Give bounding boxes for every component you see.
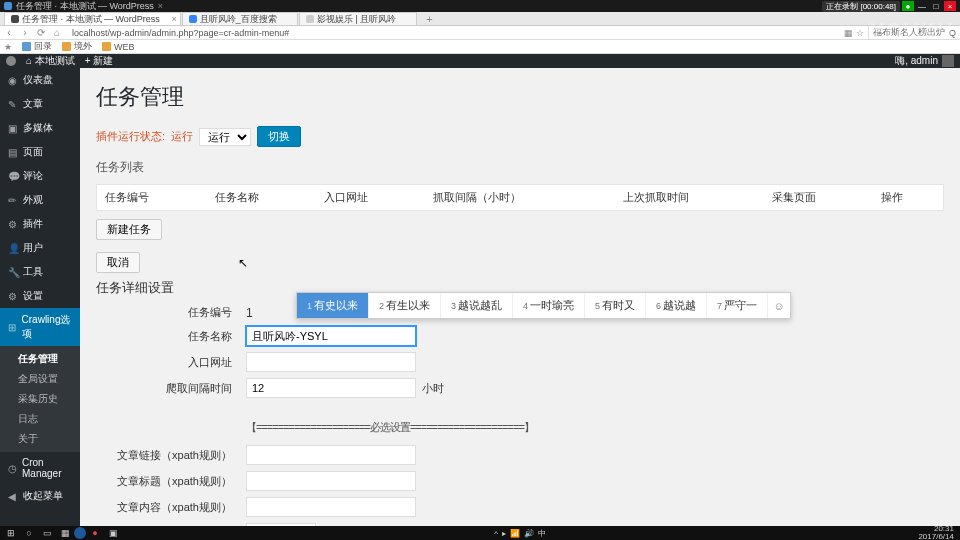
cancel-button[interactable]: 取消 [96,252,140,273]
ime-candidate[interactable]: 7严守一 [707,293,768,318]
page-title: 任务管理 [96,82,944,112]
ime-candidate[interactable]: 1有史以来 [297,293,369,318]
tab-movie[interactable]: 影视娱乐 | 且听风吟 [299,12,417,25]
ime-candidate[interactable]: 4一时瑜亮 [513,293,585,318]
sidebar-item-cron[interactable]: ◷Cron Manager [0,452,80,484]
col-pages: 采集页面 [764,185,873,211]
col-lasttime: 上次抓取时间 [615,185,764,211]
bookmark-folder[interactable]: WEB [102,42,135,52]
ime-candidate[interactable]: 2有生以来 [369,293,441,318]
submenu-history[interactable]: 采集历史 [0,389,80,409]
label-content-xpath: 文章内容（xpath规则） [96,500,246,515]
maximize-button[interactable]: □ [930,1,942,11]
ime-candidate-bar[interactable]: 1有史以来 2有生以来 3越说越乱 4一时瑜亮 5有时又 6越说越 7严守一 ☺ [296,292,791,319]
tab-wordpress[interactable]: 任务管理 · 本地测试 — WordPress× [4,12,181,25]
ime-emoji-button[interactable]: ☺ [768,293,790,318]
wordpress-logo-icon[interactable] [6,56,16,66]
record-indicator: ● [902,1,914,11]
taskbar-app-icon[interactable]: ▣ [104,527,122,539]
browser-tabs: 任务管理 · 本地测试 — WordPress× 且听风吟_百度搜索 影视娱乐 … [0,12,960,26]
url-input[interactable]: localhost/wp-admin/admin.php?page=cr-adm… [68,28,838,38]
tray-volume-icon[interactable]: 🔊 [524,529,534,538]
forward-button[interactable]: › [20,27,30,38]
recording-badge: 正在录制 [00:00:48] [822,1,900,12]
avatar[interactable] [942,55,954,67]
status-value: 运行 [171,129,193,144]
sidebar-item-posts[interactable]: ✎文章 [0,92,80,116]
window-titlebar: 任务管理 · 本地测试 — WordPress × 正在录制 [00:00:48… [0,0,960,12]
label-title-xpath: 文章标题（xpath规则） [96,474,246,489]
home-button[interactable]: ⌂ [52,27,62,38]
sidebar-item-users[interactable]: 👤用户 [0,236,80,260]
tray-icon[interactable]: ▸ [502,529,506,538]
reload-button[interactable]: ⟳ [36,27,46,38]
back-button[interactable]: ‹ [4,27,14,38]
status-select[interactable]: 运行 [199,128,251,146]
sidebar-item-plugins[interactable]: ⚙插件 [0,212,80,236]
taskbar-app-icon[interactable]: ● [86,527,104,539]
entry-url-input[interactable] [246,352,416,372]
sidebar-item-settings[interactable]: ⚙设置 [0,284,80,308]
toggle-button[interactable]: 切换 [257,126,301,147]
content-xpath-input[interactable] [246,497,416,517]
bookmark-folder[interactable]: 境外 [62,40,92,53]
sidebar-item-media[interactable]: ▣多媒体 [0,116,80,140]
status-label: 插件运行状态: [96,129,165,144]
link-xpath-input[interactable] [246,445,416,465]
interval-input[interactable] [246,378,416,398]
tray-ime-icon[interactable]: 中 [538,528,546,539]
label-interval: 爬取间隔时间 [96,381,246,396]
label-task-name: 任务名称 [96,329,246,344]
new-task-button[interactable]: 新建任务 [96,219,162,240]
close-icon[interactable]: × [172,14,177,24]
task-table: 任务编号 任务名称 入口网址 抓取间隔（小时） 上次抓取时间 采集页面 操作 [96,184,944,211]
new-tab-button[interactable]: + [418,13,440,25]
sidebar-item-dashboard[interactable]: ◉仪表盘 [0,68,80,92]
col-id: 任务编号 [97,185,207,211]
sidebar-collapse[interactable]: ◀收起菜单 [0,484,80,508]
label-task-id: 任务编号 [96,305,246,320]
col-interval: 抓取间隔（小时） [425,185,614,211]
minimize-button[interactable]: — [916,1,928,11]
ime-candidate[interactable]: 3越说越乱 [441,293,513,318]
user-greeting[interactable]: 嗨, admin [895,54,938,68]
col-actions: 操作 [873,185,943,211]
taskbar-browser-icon[interactable] [74,527,86,539]
ime-candidate[interactable]: 6越说越 [646,293,707,318]
tray-network-icon[interactable]: 📶 [510,529,520,538]
bookmark-item[interactable]: 回录 [22,40,52,53]
sidebar-item-pages[interactable]: ▤页面 [0,140,80,164]
windows-taskbar: ⊞ ○ ▭ ▦ ● ▣ ^ ▸ 📶 🔊 中 20:312017/6/14 [0,526,960,540]
taskbar-taskview-icon[interactable]: ▭ [38,527,56,539]
required-divider: 【=====================必选设置==============… [96,420,944,435]
submenu-task-manage[interactable]: 任务管理 [0,349,80,369]
sidebar-item-tools[interactable]: 🔧工具 [0,260,80,284]
submenu-log[interactable]: 日志 [0,409,80,429]
col-name: 任务名称 [207,185,316,211]
search-suggest[interactable]: 福布斯名人榜出炉 [868,26,945,39]
taskbar-clock[interactable]: 20:312017/6/14 [918,525,958,540]
new-content-button[interactable]: + 新建 [85,54,114,68]
sidebar-item-comments[interactable]: 💬评论 [0,164,80,188]
taskbar-search-icon[interactable]: ○ [20,527,38,539]
submenu-about[interactable]: 关于 [0,429,80,449]
sidebar-item-crawling[interactable]: ⊞Crawling选项 [0,308,80,346]
sidebar-item-appearance[interactable]: ✏外观 [0,188,80,212]
taskbar-app[interactable]: ▦ [56,527,74,539]
title-xpath-input[interactable] [246,471,416,491]
ime-candidate[interactable]: 5有时又 [585,293,646,318]
submenu-global-settings[interactable]: 全局设置 [0,369,80,389]
task-name-input[interactable] [246,326,416,346]
wp-admin-bar: ⌂ 本地测试 + 新建 嗨, admin [0,54,960,68]
label-link-xpath: 文章链接（xpath规则） [96,448,246,463]
browser-url-bar: ‹ › ⟳ ⌂ localhost/wp-admin/admin.php?pag… [0,26,960,40]
close-button[interactable]: × [944,1,956,11]
tab-baidu[interactable]: 且听风吟_百度搜索 [182,12,298,25]
tray-up-icon[interactable]: ^ [494,529,498,538]
bookmark-bar: ★ 回录 境外 WEB [0,40,960,54]
site-link[interactable]: ⌂ 本地测试 [26,54,75,68]
window-title: 任务管理 · 本地测试 — WordPress [16,0,154,13]
admin-sidebar: ◉仪表盘 ✎文章 ▣多媒体 ▤页面 💬评论 ✏外观 ⚙插件 👤用户 🔧工具 ⚙设… [0,68,80,526]
task-list-heading: 任务列表 [96,159,944,176]
start-button[interactable]: ⊞ [2,527,20,539]
